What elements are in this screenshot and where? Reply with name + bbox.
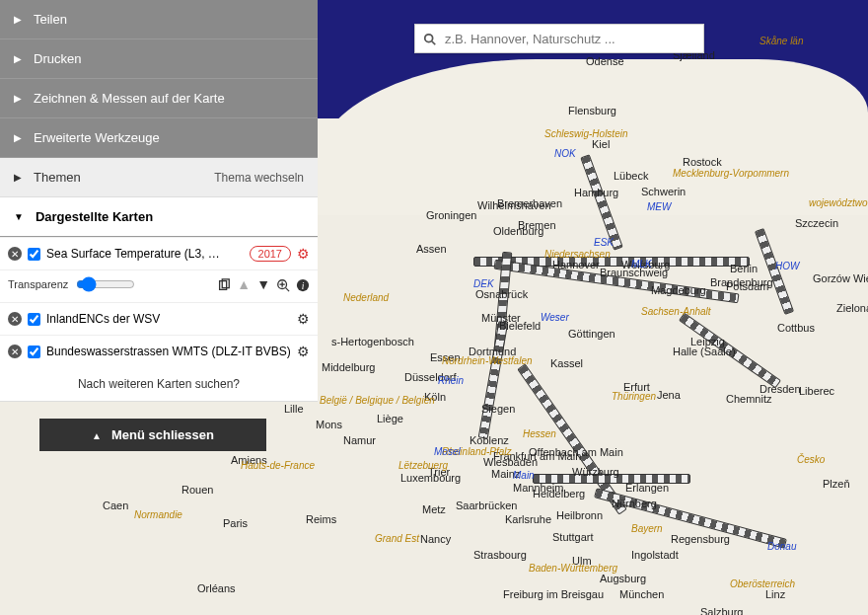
panel-label: Erweiterte Werkzeuge xyxy=(34,130,160,145)
zoom-extent-icon[interactable] xyxy=(276,276,290,292)
svg-text:i: i xyxy=(302,280,305,291)
caret-right-icon: ▶ xyxy=(14,14,22,25)
caret-right-icon: ▶ xyxy=(14,93,22,104)
search-box xyxy=(414,24,704,53)
remove-layer-icon[interactable]: ✕ xyxy=(8,345,22,358)
layer-visibility-checkbox[interactable] xyxy=(28,248,40,261)
panel-label: Zeichnen & Messen auf der Karte xyxy=(34,91,225,106)
svg-line-5 xyxy=(286,288,290,292)
svg-point-0 xyxy=(425,35,433,42)
caret-down-icon: ▼ xyxy=(14,211,24,222)
panel-themen[interactable]: ▶ Themen Thema wechseln xyxy=(0,158,318,197)
search-more-layers[interactable]: Nach weiteren Karten suchen? xyxy=(0,367,318,401)
copy-icon[interactable] xyxy=(217,276,231,292)
gear-icon[interactable]: ⚙ xyxy=(297,246,310,262)
panel-teilen[interactable]: ▶Teilen xyxy=(0,0,318,39)
layer-visibility-checkbox[interactable] xyxy=(28,346,40,358)
panel-label: Themen xyxy=(34,170,81,185)
panel-werkzeuge[interactable]: ▶Erweiterte Werkzeuge xyxy=(0,118,318,158)
layer-visibility-checkbox[interactable] xyxy=(28,313,40,326)
layer-row: ✕ InlandENCs der WSV ⚙ xyxy=(0,302,318,335)
caret-right-icon: ▶ xyxy=(14,53,22,64)
panel-dargestellte-karten[interactable]: ▼ Dargestellte Karten xyxy=(0,197,318,237)
arrow-up-icon: ▲ xyxy=(92,430,102,441)
transparency-label: Transparenz xyxy=(8,278,68,290)
panel-label: Drucken xyxy=(34,51,81,66)
arrow-down-icon[interactable]: ▼ xyxy=(256,276,270,292)
caret-right-icon: ▶ xyxy=(14,172,22,183)
transparency-slider[interactable] xyxy=(76,276,135,292)
waterway-segment xyxy=(533,474,690,484)
layer-badge[interactable]: 2017 xyxy=(250,246,291,262)
gear-icon[interactable]: ⚙ xyxy=(297,344,310,359)
layer-list: ✕ Sea Surface Temperature (L3, … 2017 ⚙ … xyxy=(0,237,318,402)
panel-label: Dargestellte Karten xyxy=(36,209,153,224)
arrow-up-icon[interactable]: ▲ xyxy=(237,276,251,292)
close-menu-label: Menü schliessen xyxy=(111,427,214,442)
theme-switch-link[interactable]: Thema wechseln xyxy=(214,171,304,185)
layer-name[interactable]: InlandENCs der WSV xyxy=(46,312,291,326)
panel-drucken[interactable]: ▶Drucken xyxy=(0,39,318,79)
panel-label: Teilen xyxy=(34,12,67,27)
layer-row: ✕ Bundeswasserstrassen WMTS (DLZ-IT BVBS… xyxy=(0,335,318,367)
layer-row: ✕ Sea Surface Temperature (L3, … 2017 ⚙ xyxy=(0,237,318,269)
transparency-row: Transparenz ▲ ▼ i xyxy=(0,269,318,302)
remove-layer-icon[interactable]: ✕ xyxy=(8,247,22,261)
panel-zeichnen[interactable]: ▶Zeichnen & Messen auf der Karte xyxy=(0,79,318,118)
close-menu-button[interactable]: ▲Menü schliessen xyxy=(39,419,266,451)
svg-line-1 xyxy=(432,41,436,45)
info-icon[interactable]: i xyxy=(296,276,310,292)
gear-icon[interactable]: ⚙ xyxy=(297,311,310,327)
sidebar: ▶Teilen ▶Drucken ▶Zeichnen & Messen auf … xyxy=(0,0,318,402)
search-input[interactable] xyxy=(445,32,703,46)
remove-layer-icon[interactable]: ✕ xyxy=(8,312,22,326)
caret-right-icon: ▶ xyxy=(14,132,22,143)
layer-name[interactable]: Sea Surface Temperature (L3, … xyxy=(46,247,244,261)
layer-name[interactable]: Bundeswasserstrassen WMTS (DLZ-IT BVBS) xyxy=(46,345,291,358)
layer-tools: ▲ ▼ i xyxy=(217,276,310,292)
search-icon xyxy=(415,31,445,46)
